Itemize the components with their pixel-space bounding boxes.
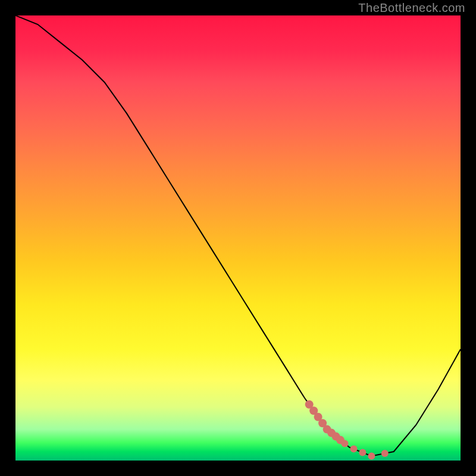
- highlight-dot: [350, 446, 358, 453]
- chart-svg: [15, 15, 461, 461]
- highlight-dot: [368, 453, 375, 460]
- highlight-dot: [342, 440, 349, 447]
- attribution-text: TheBottleneck.com: [358, 1, 465, 15]
- highlight-dot: [359, 449, 366, 456]
- highlight-dot: [381, 450, 389, 457]
- bottleneck-curve: [15, 15, 461, 456]
- chart-plot-area: [15, 15, 461, 461]
- highlight-marker-group: [305, 400, 389, 460]
